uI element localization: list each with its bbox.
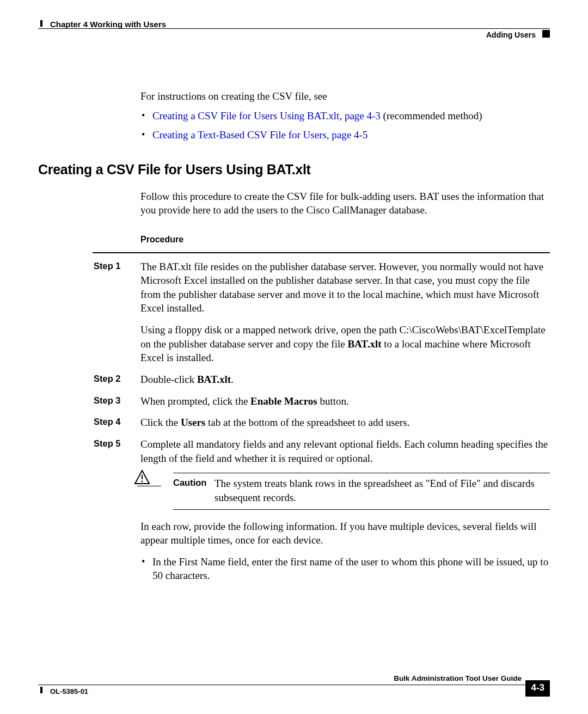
footer-tick-mark	[40, 687, 42, 693]
bold-run: Users	[181, 417, 205, 428]
step-1: Step 1 The BAT.xlt file resides on the p…	[140, 260, 550, 365]
intro-text: For instructions on creating the CSV fil…	[140, 89, 550, 103]
field-bullet-list: In the First Name field, enter the first…	[140, 555, 550, 583]
step-text: The BAT.xlt file resides on the publishe…	[140, 260, 550, 316]
page-number: 4-3	[525, 680, 550, 697]
section-label: Adding Users	[486, 30, 536, 40]
procedure-rule	[93, 252, 550, 253]
list-item: Creating a CSV File for Users Using BAT.…	[152, 109, 550, 123]
page: Chapter 4 Working with Users Adding User…	[0, 0, 588, 714]
svg-point-1	[142, 481, 143, 483]
list-item: In the First Name field, enter the first…	[152, 555, 550, 583]
bold-run: BAT.xlt	[197, 374, 231, 385]
section-heading: Creating a CSV File for Users Using BAT.…	[38, 161, 550, 179]
step-label: Step 3	[94, 394, 121, 406]
step-text: Click the Users tab at the bottom of the…	[140, 416, 550, 430]
section-intro: Follow this procedure to create the CSV …	[140, 190, 550, 217]
text-run: When prompted, click the	[140, 395, 250, 407]
caution-block: Caution The system treats blank rows in …	[140, 473, 550, 509]
step-text: When prompted, click the Enable Macros b…	[140, 394, 550, 408]
cross-reference-link[interactable]: Creating a CSV File for Users Using BAT.…	[152, 110, 381, 121]
text-run: button.	[317, 395, 349, 407]
caution-content: Caution The system treats blank rows in …	[173, 473, 550, 509]
bold-run: Enable Macros	[250, 395, 317, 407]
header-tick-mark	[40, 20, 42, 27]
step-label: Step 2	[94, 373, 121, 385]
caution-icon-wrap	[137, 472, 161, 486]
header-rule	[38, 28, 550, 29]
page-footer: Bulk Administration Tool User Guide OL-5…	[38, 677, 550, 694]
step-3: Step 3 When prompted, click the Enable M…	[140, 394, 550, 408]
footer-rule	[38, 685, 527, 685]
text-run: Click the	[140, 417, 181, 428]
page-header: Chapter 4 Working with Users Adding User…	[38, 19, 550, 40]
page-body: For instructions on creating the CSV fil…	[38, 40, 550, 583]
step-2: Step 2 Double-click BAT.xlt.	[140, 373, 550, 387]
step-label: Step 4	[94, 416, 121, 428]
step-4: Step 4 Click the Users tab at the bottom…	[140, 416, 550, 430]
procedure-label: Procedure	[140, 234, 550, 246]
step-text: In each row, provide the following infor…	[140, 520, 550, 547]
text-run: tab at the bottom of the spreadsheet to …	[205, 417, 409, 428]
list-item: Creating a Text-Based CSV File for Users…	[152, 128, 550, 142]
text-run: Double-click	[140, 374, 197, 385]
caution-label: Caution	[173, 477, 206, 489]
step-label: Step 1	[94, 260, 121, 272]
caution-triangle-icon	[134, 469, 150, 489]
guide-title: Bulk Administration Tool User Guide	[394, 674, 522, 684]
step-text: Double-click BAT.xlt.	[140, 373, 550, 387]
header-square-icon	[542, 30, 550, 38]
bold-run: BAT.xlt	[347, 338, 381, 350]
cross-reference-link[interactable]: Creating a Text-Based CSV File for Users…	[152, 129, 367, 141]
doc-number: OL-5385-01	[50, 687, 88, 697]
step-text: Complete all mandatory fields and any re…	[140, 437, 550, 465]
link-suffix: (recommended method)	[381, 110, 482, 121]
caution-text: The system treats blank rows in the spre…	[215, 477, 550, 504]
step-text: Using a floppy disk or a mapped network …	[140, 323, 550, 365]
step-5: Step 5 Complete all mandatory fields and…	[140, 437, 550, 583]
text-run: .	[231, 374, 234, 385]
step-label: Step 5	[94, 437, 121, 449]
intro-bullet-list: Creating a CSV File for Users Using BAT.…	[140, 109, 550, 142]
